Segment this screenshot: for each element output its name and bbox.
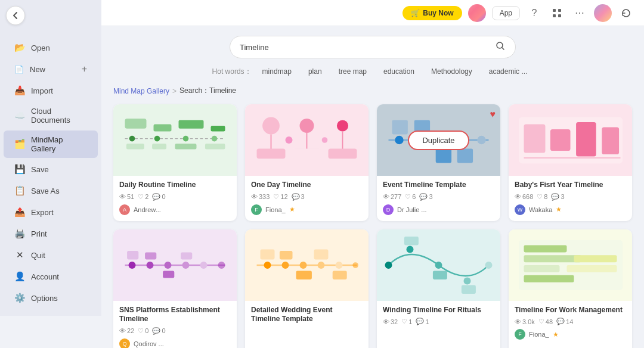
help-button[interactable]: ? bbox=[526, 5, 543, 21]
sidebar-item-options[interactable]: ⚙️ Options bbox=[4, 288, 98, 308]
svg-point-48 bbox=[165, 262, 172, 269]
new-icon: 📄 bbox=[14, 65, 24, 74]
card-stats-work: 👁 3.0k ♡ 48 💬 14 bbox=[515, 318, 626, 325]
sidebar-label-save-as: Save As bbox=[31, 187, 60, 195]
search-input[interactable] bbox=[240, 43, 495, 52]
sidebar-item-import[interactable]: 📥 Import bbox=[4, 80, 98, 101]
hot-tag-academic[interactable]: academic ... bbox=[483, 66, 534, 77]
breadcrumb-separator: > bbox=[172, 87, 177, 95]
sidebar-item-cloud[interactable]: ☁️ Cloud Documents bbox=[4, 102, 98, 129]
sidebar-item-export[interactable]: 📤 Export bbox=[4, 202, 98, 222]
svg-point-49 bbox=[182, 262, 190, 269]
sidebar-label-gallery: MindMap Gallery bbox=[31, 135, 87, 153]
svg-point-20 bbox=[337, 120, 348, 131]
template-card-event-timeline[interactable]: ♥ Duplicate Event Timeline Template 👁 27… bbox=[377, 104, 500, 221]
gold-badge-baby: ★ bbox=[556, 206, 562, 213]
cloud-icon: ☁️ bbox=[14, 110, 25, 121]
svg-point-51 bbox=[218, 262, 225, 269]
svg-rect-17 bbox=[205, 144, 225, 150]
card-stats-daily: 👁 51 ♡ 2 💬 0 bbox=[119, 193, 231, 201]
hot-tag-mindmap[interactable]: mindmap bbox=[256, 66, 298, 77]
plus-icon[interactable]: + bbox=[82, 64, 87, 74]
template-card-daily-routine[interactable]: Daily Routine Timeline 👁 51 ♡ 2 💬 0 A An… bbox=[113, 104, 237, 221]
hot-tag-plan[interactable]: plan bbox=[302, 66, 328, 77]
template-card-babys-first[interactable]: Baby's Fisrt Year Timeline 👁 668 ♡ 8 💬 3… bbox=[509, 104, 632, 221]
svg-rect-82 bbox=[567, 265, 617, 272]
print-icon: 🖨️ bbox=[14, 228, 25, 239]
grid-button[interactable] bbox=[549, 5, 565, 21]
template-card-sns[interactable]: SNS Platforms Establishment Timeline 👁 2… bbox=[113, 229, 237, 348]
sidebar-item-save[interactable]: 💾 Save bbox=[4, 159, 98, 179]
author-avatar-work: F bbox=[515, 329, 525, 340]
quit-icon: ✕ bbox=[14, 250, 25, 260]
sidebar-label-import: Import bbox=[31, 86, 53, 95]
hot-tag-education[interactable]: education bbox=[377, 66, 420, 77]
more-icon: ⋯ bbox=[575, 7, 584, 18]
more-button[interactable]: ⋯ bbox=[571, 5, 588, 21]
template-card-wedding[interactable]: Detailed Wedding Event Timeline Template bbox=[245, 229, 369, 348]
svg-point-13 bbox=[212, 136, 218, 142]
sidebar-label-open: Open bbox=[31, 44, 50, 52]
help-icon: ? bbox=[532, 8, 537, 18]
card-info-baby: Baby's Fisrt Year Timeline 👁 668 ♡ 8 💬 3… bbox=[509, 176, 632, 221]
sidebar-item-open[interactable]: 📂 Open bbox=[4, 38, 98, 58]
breadcrumb-gallery-link[interactable]: Mind Map Gallery bbox=[113, 87, 169, 95]
sidebar-item-account[interactable]: 👤 Account bbox=[4, 266, 98, 287]
user-avatar[interactable] bbox=[468, 4, 486, 22]
sidebar-item-print[interactable]: 🖨️ Print bbox=[4, 223, 98, 244]
svg-rect-16 bbox=[175, 144, 197, 150]
sidebar-label-export: Export bbox=[31, 208, 54, 217]
svg-rect-73 bbox=[404, 237, 419, 245]
card-title-work: Timeline For Work Management bbox=[515, 306, 626, 315]
back-button[interactable] bbox=[6, 6, 25, 25]
card-info-event: Event Timeline Template 👁 277 ♡ 6 💬 3 D … bbox=[377, 176, 500, 221]
profile-avatar[interactable] bbox=[594, 4, 612, 22]
svg-rect-42 bbox=[576, 122, 596, 157]
sidebar-item-quit[interactable]: ✕ Quit bbox=[4, 245, 98, 265]
sidebar-item-new[interactable]: 📄 New + bbox=[4, 59, 98, 79]
search-button[interactable] bbox=[495, 41, 506, 54]
author-name-work: Fiona_ bbox=[529, 331, 549, 338]
author-avatar-oneday: F bbox=[251, 204, 262, 215]
card-info-sns: SNS Platforms Establishment Timeline 👁 2… bbox=[113, 301, 237, 348]
template-card-one-day[interactable]: One Day Timeline 👁 333 ♡ 12 💬 3 F Fiona_… bbox=[245, 104, 369, 221]
svg-rect-6 bbox=[154, 125, 172, 132]
card-info-daily: Daily Routine Timeline 👁 51 ♡ 2 💬 0 A An… bbox=[113, 176, 237, 221]
refresh-button[interactable] bbox=[618, 5, 634, 21]
export-icon: 📤 bbox=[14, 207, 25, 218]
breadcrumb-current: Search：Timeline bbox=[179, 86, 236, 96]
sidebar-item-mindmap-gallery[interactable]: 🗂️ MindMap Gallery bbox=[4, 130, 98, 158]
author-name-oneday: Fiona_ bbox=[265, 206, 286, 213]
svg-rect-25 bbox=[293, 148, 321, 159]
template-card-timeline-work[interactable]: Timeline For Work Management 👁 3.0k ♡ 48… bbox=[509, 229, 632, 348]
card-title-sns: SNS Platforms Establishment Timeline bbox=[119, 306, 231, 324]
svg-point-10 bbox=[129, 136, 135, 142]
template-card-winding[interactable]: Winding Timeline For Rituals 👁 32 ♡ 1 💬 … bbox=[377, 229, 500, 348]
template-grid: Daily Routine Timeline 👁 51 ♡ 2 💬 0 A An… bbox=[113, 104, 632, 348]
sidebar-item-save-as[interactable]: 📋 Save As bbox=[4, 181, 98, 201]
hot-tag-treemap[interactable]: tree map bbox=[333, 66, 373, 77]
save-as-icon: 📋 bbox=[14, 185, 25, 196]
svg-point-47 bbox=[147, 262, 154, 269]
svg-rect-81 bbox=[574, 255, 617, 262]
sidebar-label-options: Options bbox=[31, 294, 58, 303]
refresh-icon bbox=[621, 8, 631, 18]
app-button[interactable]: App bbox=[492, 6, 520, 20]
svg-rect-66 bbox=[314, 249, 329, 259]
svg-point-18 bbox=[262, 117, 280, 135]
hot-tag-methodology[interactable]: Methodology bbox=[425, 66, 478, 77]
card-author-baby: W Wakaka ★ bbox=[515, 204, 626, 215]
buy-now-button[interactable]: 🛒 Buy Now bbox=[402, 6, 462, 20]
duplicate-button[interactable]: Duplicate bbox=[408, 130, 469, 150]
account-icon: 👤 bbox=[14, 271, 25, 282]
author-name-event: Dr Julie ... bbox=[397, 206, 427, 213]
svg-point-60 bbox=[318, 262, 325, 269]
card-author-work: F Fiona_ ★ bbox=[515, 329, 626, 340]
svg-rect-54 bbox=[163, 271, 174, 278]
svg-point-11 bbox=[154, 136, 160, 142]
svg-rect-52 bbox=[127, 251, 138, 259]
search-bar-row bbox=[113, 36, 632, 58]
card-info-oneday: One Day Timeline 👁 333 ♡ 12 💬 3 F Fiona_… bbox=[245, 176, 369, 221]
svg-point-71 bbox=[464, 277, 471, 284]
card-stats-winding: 👁 32 ♡ 1 💬 1 bbox=[383, 318, 494, 325]
